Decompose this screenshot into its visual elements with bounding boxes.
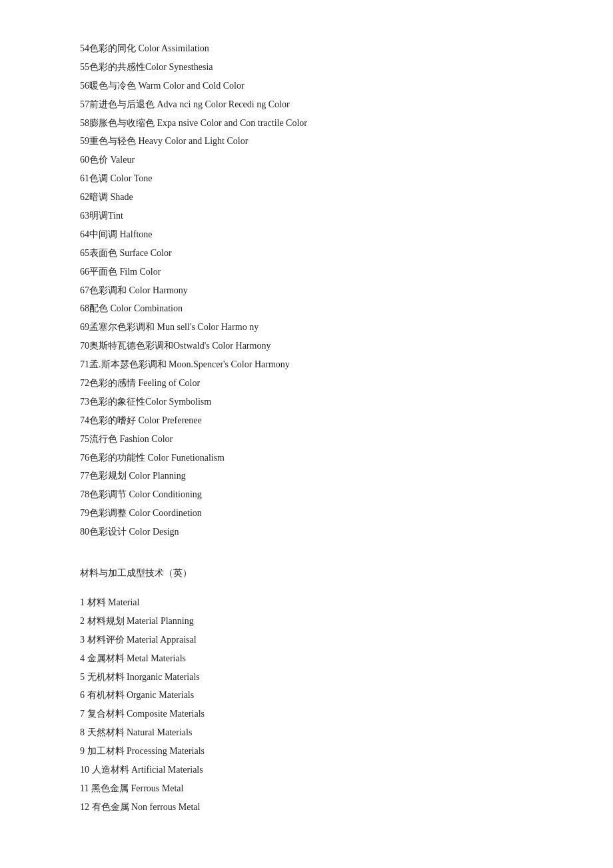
list-item: 65表面色 Surface Color	[80, 245, 533, 262]
list-item: 12 有色金属 Non ferrous Metal	[80, 799, 533, 816]
list-item: 57前进色与后退色 Adva nci ng Color Recedi ng Co…	[80, 96, 533, 113]
list-item: 78色彩调节 Color Conditioning	[80, 486, 533, 503]
list-item: 5 无机材料 Inorganic Materials	[80, 669, 533, 686]
list-item: 10 人造材料 Artificial Materials	[80, 761, 533, 779]
list-item: 76色彩的功能性 Color Funetionalism	[80, 449, 533, 467]
section-title-material: 材料与加工成型技术（英）	[80, 565, 533, 582]
list-item: 64中间调 Halftone	[80, 226, 533, 243]
list-item: 62暗调 Shade	[80, 189, 533, 206]
list-item: 9 加工材料 Processing Materials	[80, 743, 533, 760]
list-item: 58膨胀色与收缩色 Expa nsive Color and Con tract…	[80, 115, 533, 132]
list-item: 69孟塞尔色彩调和 Mun sell's Color Harmo ny	[80, 319, 533, 336]
list-item: 60色价 Valeur	[80, 151, 533, 169]
list-item: 71孟.斯本瑟色彩调和 Moon.Spencer's Color Harmony	[80, 356, 533, 373]
list-item: 61色调 Color Tone	[80, 170, 533, 187]
list-item: 2 材料规划 Material Planning	[80, 613, 533, 630]
list-item: 77色彩规划 Color Planning	[80, 467, 533, 485]
list-item: 4 金属材料 Metal Materials	[80, 650, 533, 667]
list-item: 72色彩的感情 Feeling of Color	[80, 375, 533, 392]
list-item: 63明调Tint	[80, 207, 533, 225]
list-item: 59重色与轻色 Heavy Color and Light Color	[80, 133, 533, 150]
list-item: 79色彩调整 Color Coordinetion	[80, 505, 533, 522]
material-terms-list: 1 材料 Material2 材料规划 Material Planning3 材…	[80, 594, 533, 816]
list-item: 7 复合材料 Composite Materials	[80, 705, 533, 723]
list-item: 67色彩调和 Color Harmony	[80, 282, 533, 299]
list-item: 54色彩的同化 Color Assimilation	[80, 40, 533, 57]
list-item: 74色彩的嗜好 Color Preferenee	[80, 412, 533, 429]
list-item: 68配色 Color Combination	[80, 300, 533, 317]
list-item: 66平面色 Film Color	[80, 263, 533, 281]
list-item: 8 天然材料 Natural Materials	[80, 724, 533, 741]
list-item: 11 黑色金属 Ferrous Metal	[80, 780, 533, 797]
list-item: 56暖色与冷色 Warm Color and Cold Color	[80, 77, 533, 95]
list-item: 1 材料 Material	[80, 594, 533, 611]
color-terms-list: 54色彩的同化 Color Assimilation55色彩的共感性Color …	[80, 40, 533, 541]
list-item: 70奥斯特瓦德色彩调和Ostwald's Color Harmony	[80, 337, 533, 355]
list-item: 75流行色 Fashion Color	[80, 431, 533, 448]
list-item: 80色彩设计 Color Design	[80, 523, 533, 541]
list-item: 3 材料评价 Material Appraisal	[80, 631, 533, 649]
list-item: 6 有机材料 Organic Materials	[80, 687, 533, 704]
list-item: 55色彩的共感性Color Synesthesia	[80, 59, 533, 76]
list-item: 73色彩的象征性Color Symbolism	[80, 393, 533, 411]
